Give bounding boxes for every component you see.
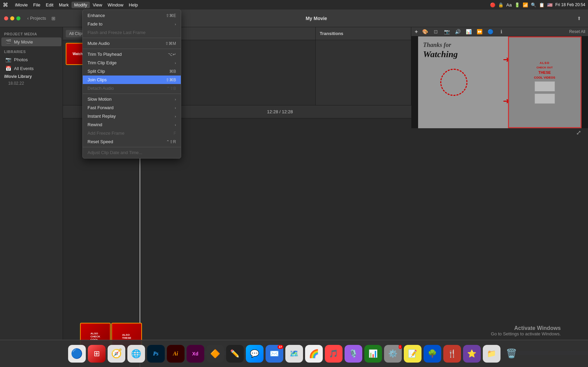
menu-trim-clip-edge[interactable]: Trim Clip Edge › (83, 59, 181, 67)
fade-to-arrow: › (175, 22, 176, 26)
reset-speed-shortcut: ⌃⇧R (166, 139, 176, 144)
info-btn[interactable]: ℹ (497, 27, 506, 36)
library-date: 18.02.22 (0, 80, 63, 86)
back-to-projects[interactable]: ‹ Projects (27, 16, 46, 21)
activate-windows: Activate Windows Go to Settings to activ… (491, 325, 561, 336)
dock-finder[interactable]: 🔵 (68, 345, 86, 363)
menu-slow-motion[interactable]: Slow Motion › (83, 95, 181, 103)
dock-photos[interactable]: 🌈 (305, 345, 323, 363)
sidebar-item-my-movie[interactable]: 🎬 My Movie (1, 37, 61, 46)
slow-motion-arrow: › (175, 97, 176, 101)
menubar-view[interactable]: View (90, 2, 105, 8)
settings-badge: ! (399, 345, 402, 349)
dock-sourcetree[interactable]: 🌳 (424, 345, 441, 363)
apple-menu[interactable]: ⌘ (3, 2, 8, 8)
crop-btn[interactable]: ⊡ (431, 27, 440, 36)
back-icon: ‹ (27, 16, 29, 21)
back-label: Projects (30, 16, 46, 21)
my-movie-label: My Movie (14, 39, 33, 45)
dock-safari[interactable]: 🧭 (108, 345, 125, 363)
menu-join-clips[interactable]: Join Clips ⇧⌘B (83, 76, 181, 84)
dock-superstar[interactable]: ⭐ (463, 345, 481, 363)
color-btn[interactable]: 🎨 (420, 27, 429, 36)
preview-video: Thanks for Watching ALSO CHECK OUT THESE… (411, 36, 588, 128)
menu-fast-forward[interactable]: Fast Forward › (83, 103, 181, 112)
split-clip-shortcut: ⌘B (169, 69, 176, 74)
dock-mail[interactable]: ✉️ 37 (266, 345, 283, 363)
all-events-label: All Events (14, 66, 34, 71)
dock-fork[interactable]: 🍴 (443, 345, 461, 363)
menubar-right: 🔴 🔒 Aa 🔋 📶 🔍 📋 🇺🇸 Fri 18 Feb 20:54 (490, 2, 585, 7)
reset-all-btn[interactable]: Reset All (569, 29, 585, 34)
dock-chrome[interactable]: 🌐 (127, 345, 145, 363)
dock-pixelmator[interactable]: ✏️ (226, 345, 244, 363)
rewind-label: Rewind (88, 122, 102, 127)
menu-fade-to[interactable]: Fade to › (83, 20, 181, 28)
magic-icon: ✦ (414, 29, 418, 35)
dock-system-prefs[interactable]: ⚙️ ! (384, 345, 402, 363)
minimize-button[interactable] (10, 16, 14, 20)
menu-flash-freeze: Flash and Freeze Last Frame (83, 28, 181, 37)
project-media-label: PROJECT MEDIA (0, 30, 63, 37)
menubar-mark[interactable]: Mark (56, 2, 71, 8)
dock-photoshop[interactable]: Ps (147, 345, 165, 363)
speed-btn[interactable]: ⏩ (475, 27, 484, 36)
dock-imovie-folder[interactable]: 📁 (483, 345, 500, 363)
menubar-file[interactable]: File (31, 2, 43, 8)
dock-notes[interactable]: 📝 (404, 345, 422, 363)
dock-music[interactable]: 🎵 (325, 345, 343, 363)
menubar-imovie[interactable]: iMovie (12, 2, 31, 8)
separator-4 (83, 147, 181, 147)
add-freeze-label: Add Freeze Frame (88, 131, 124, 136)
menu-enhance[interactable]: Enhance ⇧⌘E (83, 11, 181, 20)
trim-clip-edge-arrow: › (175, 61, 176, 65)
share-btn[interactable]: ⬆ (574, 14, 584, 23)
detach-audio-shortcut: ⌃⇧B (166, 86, 176, 91)
dock-blender[interactable]: 🔶 (206, 345, 224, 363)
audio-btn[interactable]: 🔊 (453, 27, 462, 36)
menu-split-clip[interactable]: Split Clip ⌘B (83, 67, 181, 76)
separator-1 (83, 38, 181, 38)
dock-xd[interactable]: Xd (187, 345, 204, 363)
split-view-btn[interactable]: ⊞ (49, 14, 58, 23)
adjust-clip-date-label: Adjust Clip Date and Time... (88, 150, 142, 155)
close-button[interactable] (4, 16, 8, 20)
menu-reset-speed[interactable]: Reset Speed ⌃⇧R (83, 137, 181, 146)
mute-audio-label: Mute Audio (88, 41, 110, 46)
enhance-label: Enhance (88, 13, 105, 18)
dock-trash[interactable]: 🗑️ (503, 345, 520, 363)
menu-trim-to-playhead[interactable]: Trim To Playhead ⌥↵ (83, 50, 181, 59)
filter-btn[interactable]: 🔵 (486, 27, 495, 36)
sidebar-item-all-events[interactable]: 📅 All Events (1, 64, 61, 73)
menubar-window[interactable]: Window (105, 2, 126, 8)
menubar-modify[interactable]: Modify (71, 2, 90, 8)
activate-windows-title: Activate Windows (491, 325, 561, 331)
video-content: Thanks for Watching ALSO CHECK OUT THESE… (418, 36, 582, 128)
imovie-library-label: iMovie Library (0, 73, 63, 80)
dock-illustrator[interactable]: Ai (167, 345, 185, 363)
rewind-arrow: › (175, 123, 176, 127)
movie-icon: 🎬 (5, 39, 11, 45)
transitions-label: Transitions (320, 31, 343, 36)
maximize-button[interactable] (16, 16, 20, 20)
dock-messenger[interactable]: 💬 (246, 345, 264, 363)
reset-speed-label: Reset Speed (88, 139, 113, 144)
fade-to-label: Fade to (88, 21, 102, 27)
dock-podcasts[interactable]: 🎙️ (345, 345, 362, 363)
dock-launchpad[interactable]: ⊞ (88, 345, 106, 363)
transitions-header: Transitions (316, 27, 411, 40)
sidebar-item-photos[interactable]: 📷 Photos (1, 55, 61, 64)
menu-adjust-clip-date: Adjust Clip Date and Time... (83, 148, 181, 157)
libraries-label: LIBRARIES (0, 46, 63, 55)
dock-maps[interactable]: 🗺️ (285, 345, 303, 363)
menu-detach-audio: Detach Audio ⌃⇧B (83, 84, 181, 93)
menubar-help[interactable]: Help (126, 2, 141, 8)
menubar-edit[interactable]: Edit (43, 2, 56, 8)
chart-btn[interactable]: 📊 (464, 27, 473, 36)
menu-instant-replay[interactable]: Instant Replay › (83, 112, 181, 120)
dock-numbers[interactable]: 📊 (364, 345, 382, 363)
separator-3 (83, 94, 181, 94)
menu-mute-audio[interactable]: Mute Audio ⇧⌘M (83, 39, 181, 48)
camera-btn[interactable]: 📷 (442, 27, 451, 36)
menu-rewind[interactable]: Rewind › (83, 120, 181, 129)
